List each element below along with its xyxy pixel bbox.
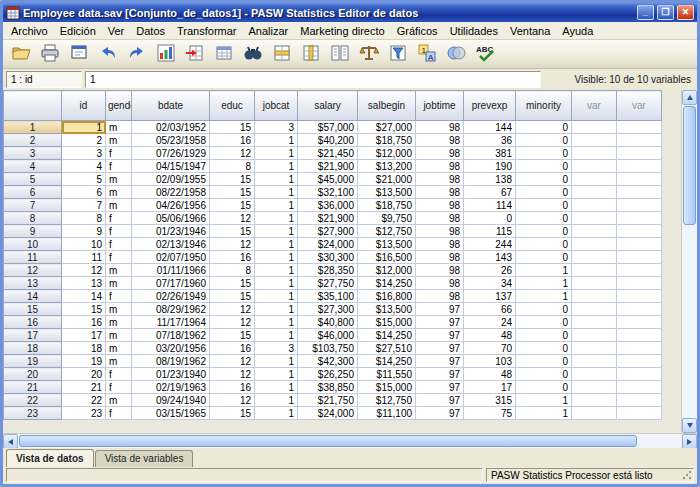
cell-id-8[interactable]: 8 xyxy=(62,212,106,225)
cell-var1-13[interactable] xyxy=(572,277,617,290)
cell-id-1[interactable]: 1 xyxy=(62,121,106,134)
maximize-button[interactable]: ❐ xyxy=(657,5,674,20)
menu-utilidades[interactable]: Utilidades xyxy=(444,23,504,39)
cell-var2-18[interactable] xyxy=(617,342,662,355)
cell-prevexp-20[interactable]: 48 xyxy=(464,368,516,381)
cell-id-20[interactable]: 20 xyxy=(62,368,106,381)
cell-var2-19[interactable] xyxy=(617,355,662,368)
cell-bdate-13[interactable]: 07/17/1960 xyxy=(132,277,210,290)
cell-var2-10[interactable] xyxy=(617,238,662,251)
cell-jobtime-16[interactable]: 97 xyxy=(416,316,464,329)
cell-var1-18[interactable] xyxy=(572,342,617,355)
cell-prevexp-17[interactable]: 48 xyxy=(464,329,516,342)
spell-check-button[interactable]: ABC xyxy=(472,42,498,67)
cell-salbegin-16[interactable]: $15,000 xyxy=(358,316,416,329)
dialog-recall-button[interactable] xyxy=(66,42,92,67)
menu-graficos[interactable]: Gráficos xyxy=(391,23,444,39)
cell-id-2[interactable]: 2 xyxy=(62,134,106,147)
cell-jobcat-21[interactable]: 1 xyxy=(255,381,298,394)
cell-salbegin-2[interactable]: $18,750 xyxy=(358,134,416,147)
cell-var2-21[interactable] xyxy=(617,381,662,394)
cell-jobcat-5[interactable]: 1 xyxy=(255,173,298,186)
cell-var1-22[interactable] xyxy=(572,394,617,407)
cell-salbegin-5[interactable]: $21,000 xyxy=(358,173,416,186)
cell-gender-23[interactable]: f xyxy=(106,407,132,420)
cell-minority-13[interactable]: 1 xyxy=(516,277,572,290)
cell-prevexp-15[interactable]: 66 xyxy=(464,303,516,316)
vertical-scroll-track[interactable] xyxy=(682,105,697,418)
cell-prevexp-6[interactable]: 67 xyxy=(464,186,516,199)
cell-salbegin-1[interactable]: $27,000 xyxy=(358,121,416,134)
cell-salbegin-13[interactable]: $14,250 xyxy=(358,277,416,290)
cell-educ-20[interactable]: 12 xyxy=(210,368,255,381)
cell-bdate-7[interactable]: 04/26/1956 xyxy=(132,199,210,212)
undo-button[interactable] xyxy=(95,42,121,67)
cell-educ-22[interactable]: 12 xyxy=(210,394,255,407)
cell-var2-22[interactable] xyxy=(617,394,662,407)
cell-bdate-10[interactable]: 02/13/1946 xyxy=(132,238,210,251)
minimize-button[interactable]: _ xyxy=(637,5,654,20)
value-labels-button[interactable]: 1A xyxy=(414,42,440,67)
weight-cases-button[interactable] xyxy=(356,42,382,67)
use-sets-button[interactable] xyxy=(443,42,469,67)
cell-id-6[interactable]: 6 xyxy=(62,186,106,199)
cell-educ-21[interactable]: 16 xyxy=(210,381,255,394)
cell-educ-12[interactable]: 8 xyxy=(210,264,255,277)
cell-var2-15[interactable] xyxy=(617,303,662,316)
cell-minority-11[interactable]: 0 xyxy=(516,251,572,264)
cell-bdate-11[interactable]: 02/07/1950 xyxy=(132,251,210,264)
cell-var2-3[interactable] xyxy=(617,147,662,160)
cell-salary-6[interactable]: $32,100 xyxy=(298,186,358,199)
menu-ventana[interactable]: Ventana xyxy=(504,23,556,39)
cell-jobtime-4[interactable]: 98 xyxy=(416,160,464,173)
cell-var2-7[interactable] xyxy=(617,199,662,212)
cell-gender-18[interactable]: m xyxy=(106,342,132,355)
cell-salbegin-22[interactable]: $12,750 xyxy=(358,394,416,407)
cell-educ-5[interactable]: 15 xyxy=(210,173,255,186)
cell-gender-10[interactable]: f xyxy=(106,238,132,251)
cell-gender-5[interactable]: m xyxy=(106,173,132,186)
row-number-6[interactable]: 6 xyxy=(4,186,62,199)
cell-bdate-8[interactable]: 05/06/1966 xyxy=(132,212,210,225)
row-number-21[interactable]: 21 xyxy=(4,381,62,394)
cell-gender-8[interactable]: f xyxy=(106,212,132,225)
cell-id-14[interactable]: 14 xyxy=(62,290,106,303)
cell-var2-20[interactable] xyxy=(617,368,662,381)
cell-jobtime-10[interactable]: 98 xyxy=(416,238,464,251)
menu-transformar[interactable]: Transformar xyxy=(171,23,243,39)
row-number-16[interactable]: 16 xyxy=(4,316,62,329)
cell-jobtime-1[interactable]: 98 xyxy=(416,121,464,134)
cell-jobtime-7[interactable]: 98 xyxy=(416,199,464,212)
row-number-12[interactable]: 12 xyxy=(4,264,62,277)
cell-bdate-19[interactable]: 08/19/1962 xyxy=(132,355,210,368)
cell-salary-14[interactable]: $35,100 xyxy=(298,290,358,303)
row-number-15[interactable]: 15 xyxy=(4,303,62,316)
cell-gender-17[interactable]: m xyxy=(106,329,132,342)
cell-gender-15[interactable]: m xyxy=(106,303,132,316)
cell-minority-4[interactable]: 0 xyxy=(516,160,572,173)
horizontal-scrollbar[interactable] xyxy=(3,433,697,448)
cell-educ-11[interactable]: 16 xyxy=(210,251,255,264)
cell-var2-16[interactable] xyxy=(617,316,662,329)
column-header-salary[interactable]: salary xyxy=(298,91,358,121)
cell-jobtime-15[interactable]: 97 xyxy=(416,303,464,316)
cell-minority-17[interactable]: 0 xyxy=(516,329,572,342)
cell-salbegin-7[interactable]: $18,750 xyxy=(358,199,416,212)
cell-jobtime-8[interactable]: 98 xyxy=(416,212,464,225)
row-number-11[interactable]: 11 xyxy=(4,251,62,264)
cell-jobtime-5[interactable]: 98 xyxy=(416,173,464,186)
cell-salbegin-15[interactable]: $13,500 xyxy=(358,303,416,316)
cell-jobcat-11[interactable]: 1 xyxy=(255,251,298,264)
print-button[interactable] xyxy=(37,42,63,67)
row-number-13[interactable]: 13 xyxy=(4,277,62,290)
cell-jobcat-19[interactable]: 1 xyxy=(255,355,298,368)
menu-datos[interactable]: Datos xyxy=(130,23,171,39)
cell-gender-4[interactable]: f xyxy=(106,160,132,173)
cell-var1-5[interactable] xyxy=(572,173,617,186)
cell-minority-22[interactable]: 1 xyxy=(516,394,572,407)
cell-salary-2[interactable]: $40,200 xyxy=(298,134,358,147)
cell-jobcat-1[interactable]: 3 xyxy=(255,121,298,134)
cell-minority-16[interactable]: 0 xyxy=(516,316,572,329)
cell-jobtime-11[interactable]: 98 xyxy=(416,251,464,264)
cell-salary-7[interactable]: $36,000 xyxy=(298,199,358,212)
